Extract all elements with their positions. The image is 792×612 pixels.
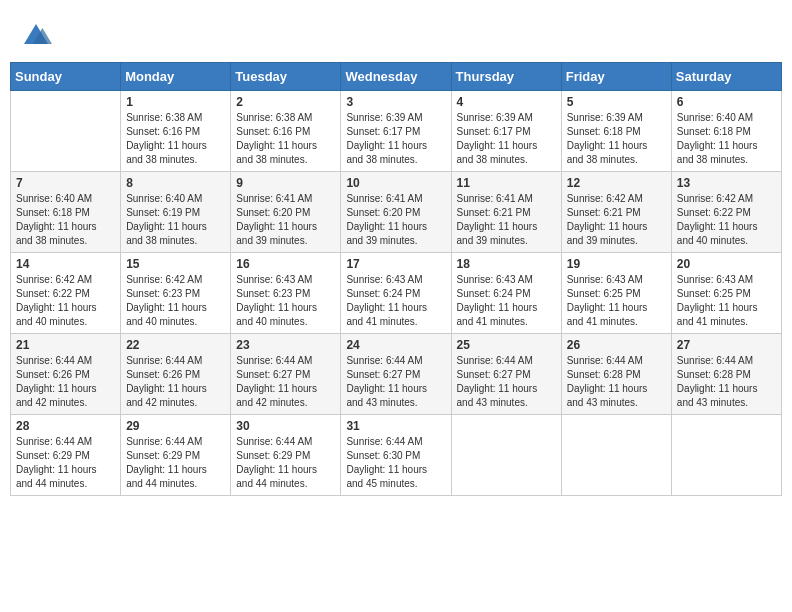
day-number: 10 [346, 176, 445, 190]
calendar-cell [11, 91, 121, 172]
cell-content: Sunrise: 6:43 AM Sunset: 6:25 PM Dayligh… [677, 273, 776, 329]
cell-content: Sunrise: 6:43 AM Sunset: 6:24 PM Dayligh… [457, 273, 556, 329]
day-number: 29 [126, 419, 225, 433]
cell-content: Sunrise: 6:40 AM Sunset: 6:18 PM Dayligh… [16, 192, 115, 248]
calendar-cell: 7Sunrise: 6:40 AM Sunset: 6:18 PM Daylig… [11, 172, 121, 253]
cell-content: Sunrise: 6:43 AM Sunset: 6:25 PM Dayligh… [567, 273, 666, 329]
calendar-cell: 8Sunrise: 6:40 AM Sunset: 6:19 PM Daylig… [121, 172, 231, 253]
cell-content: Sunrise: 6:44 AM Sunset: 6:26 PM Dayligh… [126, 354, 225, 410]
week-row-4: 21Sunrise: 6:44 AM Sunset: 6:26 PM Dayli… [11, 334, 782, 415]
cell-content: Sunrise: 6:44 AM Sunset: 6:30 PM Dayligh… [346, 435, 445, 491]
week-row-2: 7Sunrise: 6:40 AM Sunset: 6:18 PM Daylig… [11, 172, 782, 253]
day-number: 8 [126, 176, 225, 190]
cell-content: Sunrise: 6:44 AM Sunset: 6:27 PM Dayligh… [236, 354, 335, 410]
calendar-cell: 19Sunrise: 6:43 AM Sunset: 6:25 PM Dayli… [561, 253, 671, 334]
cell-content: Sunrise: 6:42 AM Sunset: 6:22 PM Dayligh… [677, 192, 776, 248]
day-number: 31 [346, 419, 445, 433]
day-number: 4 [457, 95, 556, 109]
calendar-cell: 17Sunrise: 6:43 AM Sunset: 6:24 PM Dayli… [341, 253, 451, 334]
day-header-thursday: Thursday [451, 63, 561, 91]
cell-content: Sunrise: 6:38 AM Sunset: 6:16 PM Dayligh… [126, 111, 225, 167]
calendar-cell: 9Sunrise: 6:41 AM Sunset: 6:20 PM Daylig… [231, 172, 341, 253]
cell-content: Sunrise: 6:44 AM Sunset: 6:26 PM Dayligh… [16, 354, 115, 410]
day-number: 11 [457, 176, 556, 190]
calendar-cell: 2Sunrise: 6:38 AM Sunset: 6:16 PM Daylig… [231, 91, 341, 172]
calendar-cell: 3Sunrise: 6:39 AM Sunset: 6:17 PM Daylig… [341, 91, 451, 172]
day-number: 1 [126, 95, 225, 109]
cell-content: Sunrise: 6:43 AM Sunset: 6:23 PM Dayligh… [236, 273, 335, 329]
day-number: 17 [346, 257, 445, 271]
cell-content: Sunrise: 6:44 AM Sunset: 6:29 PM Dayligh… [126, 435, 225, 491]
calendar-cell: 5Sunrise: 6:39 AM Sunset: 6:18 PM Daylig… [561, 91, 671, 172]
day-header-saturday: Saturday [671, 63, 781, 91]
calendar-header-row: SundayMondayTuesdayWednesdayThursdayFrid… [11, 63, 782, 91]
day-number: 3 [346, 95, 445, 109]
day-number: 15 [126, 257, 225, 271]
day-number: 19 [567, 257, 666, 271]
day-number: 12 [567, 176, 666, 190]
day-number: 18 [457, 257, 556, 271]
cell-content: Sunrise: 6:39 AM Sunset: 6:17 PM Dayligh… [457, 111, 556, 167]
calendar-cell: 16Sunrise: 6:43 AM Sunset: 6:23 PM Dayli… [231, 253, 341, 334]
cell-content: Sunrise: 6:41 AM Sunset: 6:21 PM Dayligh… [457, 192, 556, 248]
day-number: 14 [16, 257, 115, 271]
calendar-cell: 28Sunrise: 6:44 AM Sunset: 6:29 PM Dayli… [11, 415, 121, 496]
cell-content: Sunrise: 6:42 AM Sunset: 6:21 PM Dayligh… [567, 192, 666, 248]
calendar-cell: 11Sunrise: 6:41 AM Sunset: 6:21 PM Dayli… [451, 172, 561, 253]
calendar-cell: 6Sunrise: 6:40 AM Sunset: 6:18 PM Daylig… [671, 91, 781, 172]
calendar-cell: 1Sunrise: 6:38 AM Sunset: 6:16 PM Daylig… [121, 91, 231, 172]
day-number: 2 [236, 95, 335, 109]
calendar-cell: 20Sunrise: 6:43 AM Sunset: 6:25 PM Dayli… [671, 253, 781, 334]
cell-content: Sunrise: 6:44 AM Sunset: 6:27 PM Dayligh… [346, 354, 445, 410]
header [10, 10, 782, 57]
cell-content: Sunrise: 6:44 AM Sunset: 6:28 PM Dayligh… [677, 354, 776, 410]
logo-icon [20, 20, 52, 52]
calendar-cell [671, 415, 781, 496]
day-number: 30 [236, 419, 335, 433]
day-number: 23 [236, 338, 335, 352]
day-number: 9 [236, 176, 335, 190]
day-number: 24 [346, 338, 445, 352]
cell-content: Sunrise: 6:38 AM Sunset: 6:16 PM Dayligh… [236, 111, 335, 167]
day-number: 25 [457, 338, 556, 352]
day-number: 26 [567, 338, 666, 352]
day-number: 27 [677, 338, 776, 352]
calendar-cell: 31Sunrise: 6:44 AM Sunset: 6:30 PM Dayli… [341, 415, 451, 496]
cell-content: Sunrise: 6:42 AM Sunset: 6:23 PM Dayligh… [126, 273, 225, 329]
calendar-cell: 23Sunrise: 6:44 AM Sunset: 6:27 PM Dayli… [231, 334, 341, 415]
cell-content: Sunrise: 6:44 AM Sunset: 6:29 PM Dayligh… [16, 435, 115, 491]
calendar-cell: 29Sunrise: 6:44 AM Sunset: 6:29 PM Dayli… [121, 415, 231, 496]
day-number: 6 [677, 95, 776, 109]
calendar-cell [561, 415, 671, 496]
calendar-cell: 12Sunrise: 6:42 AM Sunset: 6:21 PM Dayli… [561, 172, 671, 253]
cell-content: Sunrise: 6:44 AM Sunset: 6:28 PM Dayligh… [567, 354, 666, 410]
day-number: 22 [126, 338, 225, 352]
cell-content: Sunrise: 6:39 AM Sunset: 6:17 PM Dayligh… [346, 111, 445, 167]
cell-content: Sunrise: 6:44 AM Sunset: 6:27 PM Dayligh… [457, 354, 556, 410]
calendar-cell: 13Sunrise: 6:42 AM Sunset: 6:22 PM Dayli… [671, 172, 781, 253]
calendar-cell: 15Sunrise: 6:42 AM Sunset: 6:23 PM Dayli… [121, 253, 231, 334]
calendar-cell: 30Sunrise: 6:44 AM Sunset: 6:29 PM Dayli… [231, 415, 341, 496]
calendar-cell: 24Sunrise: 6:44 AM Sunset: 6:27 PM Dayli… [341, 334, 451, 415]
week-row-5: 28Sunrise: 6:44 AM Sunset: 6:29 PM Dayli… [11, 415, 782, 496]
calendar-cell: 26Sunrise: 6:44 AM Sunset: 6:28 PM Dayli… [561, 334, 671, 415]
week-row-1: 1Sunrise: 6:38 AM Sunset: 6:16 PM Daylig… [11, 91, 782, 172]
cell-content: Sunrise: 6:41 AM Sunset: 6:20 PM Dayligh… [236, 192, 335, 248]
calendar-cell: 10Sunrise: 6:41 AM Sunset: 6:20 PM Dayli… [341, 172, 451, 253]
calendar-cell [451, 415, 561, 496]
day-number: 7 [16, 176, 115, 190]
day-header-friday: Friday [561, 63, 671, 91]
day-number: 16 [236, 257, 335, 271]
cell-content: Sunrise: 6:42 AM Sunset: 6:22 PM Dayligh… [16, 273, 115, 329]
calendar: SundayMondayTuesdayWednesdayThursdayFrid… [10, 62, 782, 496]
week-row-3: 14Sunrise: 6:42 AM Sunset: 6:22 PM Dayli… [11, 253, 782, 334]
cell-content: Sunrise: 6:41 AM Sunset: 6:20 PM Dayligh… [346, 192, 445, 248]
day-header-monday: Monday [121, 63, 231, 91]
cell-content: Sunrise: 6:39 AM Sunset: 6:18 PM Dayligh… [567, 111, 666, 167]
calendar-cell: 25Sunrise: 6:44 AM Sunset: 6:27 PM Dayli… [451, 334, 561, 415]
calendar-cell: 21Sunrise: 6:44 AM Sunset: 6:26 PM Dayli… [11, 334, 121, 415]
cell-content: Sunrise: 6:40 AM Sunset: 6:18 PM Dayligh… [677, 111, 776, 167]
day-number: 21 [16, 338, 115, 352]
calendar-body: 1Sunrise: 6:38 AM Sunset: 6:16 PM Daylig… [11, 91, 782, 496]
day-number: 28 [16, 419, 115, 433]
